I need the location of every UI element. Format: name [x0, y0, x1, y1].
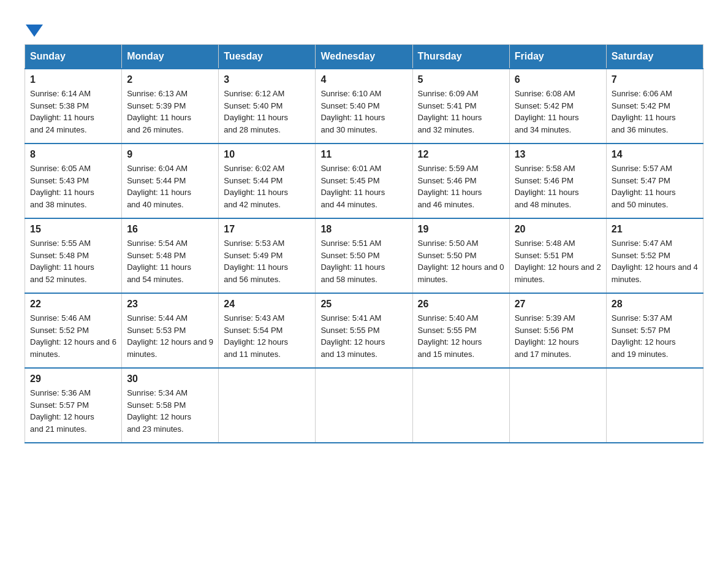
calendar-cell: 16 Sunrise: 5:54 AMSunset: 5:48 PMDaylig… [122, 218, 219, 293]
day-number: 7 [612, 74, 698, 85]
day-info: Sunrise: 5:48 AMSunset: 5:51 PMDaylight:… [515, 239, 601, 284]
calendar-cell: 18 Sunrise: 5:51 AMSunset: 5:50 PMDaylig… [316, 218, 412, 293]
calendar-week-row: 15 Sunrise: 5:55 AMSunset: 5:48 PMDaylig… [25, 218, 703, 293]
day-info: Sunrise: 6:09 AMSunset: 5:41 PMDaylight:… [418, 89, 482, 134]
day-info: Sunrise: 6:08 AMSunset: 5:42 PMDaylight:… [515, 89, 579, 134]
day-number: 23 [127, 299, 213, 310]
day-number: 20 [515, 224, 601, 235]
weekday-header-monday: Monday [122, 45, 219, 69]
day-info: Sunrise: 5:57 AMSunset: 5:47 PMDaylight:… [612, 164, 676, 209]
calendar-week-row: 22 Sunrise: 5:46 AMSunset: 5:52 PMDaylig… [25, 293, 703, 368]
calendar-cell: 23 Sunrise: 5:44 AMSunset: 5:53 PMDaylig… [122, 293, 219, 368]
day-info: Sunrise: 6:13 AMSunset: 5:39 PMDaylight:… [127, 89, 191, 134]
calendar-cell: 6 Sunrise: 6:08 AMSunset: 5:42 PMDayligh… [509, 69, 606, 144]
calendar-cell [219, 368, 316, 443]
calendar-cell: 11 Sunrise: 6:01 AMSunset: 5:45 PMDaylig… [316, 144, 412, 218]
calendar-cell: 13 Sunrise: 5:58 AMSunset: 5:46 PMDaylig… [509, 144, 606, 218]
weekday-header-saturday: Saturday [606, 45, 703, 69]
calendar-cell: 21 Sunrise: 5:47 AMSunset: 5:52 PMDaylig… [606, 218, 703, 293]
day-number: 18 [320, 224, 407, 235]
day-number: 19 [418, 224, 504, 235]
day-info: Sunrise: 6:01 AMSunset: 5:45 PMDaylight:… [320, 164, 385, 209]
day-info: Sunrise: 5:51 AMSunset: 5:50 PMDaylight:… [320, 239, 385, 284]
weekday-header-sunday: Sunday [25, 45, 122, 69]
calendar-cell: 20 Sunrise: 5:48 AMSunset: 5:51 PMDaylig… [509, 218, 606, 293]
calendar-cell: 17 Sunrise: 5:53 AMSunset: 5:49 PMDaylig… [219, 218, 316, 293]
day-number: 14 [612, 149, 698, 160]
calendar-cell: 19 Sunrise: 5:50 AMSunset: 5:50 PMDaylig… [412, 218, 509, 293]
day-number: 22 [30, 299, 116, 310]
calendar-cell: 12 Sunrise: 5:59 AMSunset: 5:46 PMDaylig… [412, 144, 509, 218]
calendar-cell: 22 Sunrise: 5:46 AMSunset: 5:52 PMDaylig… [25, 293, 122, 368]
calendar-header-row: SundayMondayTuesdayWednesdayThursdayFrid… [25, 45, 703, 69]
day-number: 27 [515, 299, 601, 310]
day-number: 9 [127, 149, 213, 160]
day-info: Sunrise: 5:39 AMSunset: 5:56 PMDaylight:… [515, 313, 579, 359]
calendar-cell: 5 Sunrise: 6:09 AMSunset: 5:41 PMDayligh… [412, 69, 509, 144]
day-info: Sunrise: 5:54 AMSunset: 5:48 PMDaylight:… [127, 239, 191, 284]
day-number: 24 [224, 299, 310, 310]
day-number: 16 [127, 224, 213, 235]
day-info: Sunrise: 5:34 AMSunset: 5:58 PMDaylight:… [127, 388, 191, 434]
day-number: 11 [320, 149, 407, 160]
day-number: 15 [30, 224, 116, 235]
day-number: 4 [320, 74, 407, 85]
calendar-cell [509, 368, 606, 443]
calendar-week-row: 1 Sunrise: 6:14 AMSunset: 5:38 PMDayligh… [25, 69, 703, 144]
calendar-cell: 7 Sunrise: 6:06 AMSunset: 5:42 PMDayligh… [606, 69, 703, 144]
day-number: 6 [515, 74, 601, 85]
day-info: Sunrise: 5:43 AMSunset: 5:54 PMDaylight:… [224, 313, 288, 359]
calendar-week-row: 29 Sunrise: 5:36 AMSunset: 5:57 PMDaylig… [25, 368, 703, 443]
weekday-header-thursday: Thursday [412, 45, 509, 69]
calendar-cell: 28 Sunrise: 5:37 AMSunset: 5:57 PMDaylig… [606, 293, 703, 368]
calendar-cell: 10 Sunrise: 6:02 AMSunset: 5:44 PMDaylig… [219, 144, 316, 218]
calendar-cell [412, 368, 509, 443]
day-info: Sunrise: 6:10 AMSunset: 5:40 PMDaylight:… [320, 89, 385, 134]
day-info: Sunrise: 5:55 AMSunset: 5:48 PMDaylight:… [30, 239, 94, 284]
day-number: 3 [224, 74, 310, 85]
day-info: Sunrise: 5:41 AMSunset: 5:55 PMDaylight:… [320, 313, 385, 359]
calendar-cell: 2 Sunrise: 6:13 AMSunset: 5:39 PMDayligh… [122, 69, 219, 144]
day-number: 1 [30, 74, 116, 85]
day-number: 12 [418, 149, 504, 160]
day-info: Sunrise: 5:47 AMSunset: 5:52 PMDaylight:… [612, 239, 698, 284]
calendar-cell: 26 Sunrise: 5:40 AMSunset: 5:55 PMDaylig… [412, 293, 509, 368]
weekday-header-tuesday: Tuesday [219, 45, 316, 69]
day-number: 21 [612, 224, 698, 235]
calendar-cell: 15 Sunrise: 5:55 AMSunset: 5:48 PMDaylig… [25, 218, 122, 293]
day-number: 29 [30, 373, 116, 385]
calendar-cell: 8 Sunrise: 6:05 AMSunset: 5:43 PMDayligh… [25, 144, 122, 218]
calendar-table: SundayMondayTuesdayWednesdayThursdayFrid… [25, 44, 703, 443]
day-info: Sunrise: 6:05 AMSunset: 5:43 PMDaylight:… [30, 164, 94, 209]
day-number: 25 [320, 299, 407, 310]
day-number: 10 [224, 149, 310, 160]
calendar-cell: 1 Sunrise: 6:14 AMSunset: 5:38 PMDayligh… [25, 69, 122, 144]
day-info: Sunrise: 5:59 AMSunset: 5:46 PMDaylight:… [418, 164, 482, 209]
calendar-cell: 25 Sunrise: 5:41 AMSunset: 5:55 PMDaylig… [316, 293, 412, 368]
day-number: 2 [127, 74, 213, 85]
day-number: 26 [418, 299, 504, 310]
day-number: 30 [127, 373, 213, 385]
day-info: Sunrise: 5:53 AMSunset: 5:49 PMDaylight:… [224, 239, 288, 284]
day-number: 13 [515, 149, 601, 160]
day-number: 28 [612, 299, 698, 310]
day-info: Sunrise: 5:46 AMSunset: 5:52 PMDaylight:… [30, 313, 116, 359]
calendar-week-row: 8 Sunrise: 6:05 AMSunset: 5:43 PMDayligh… [25, 144, 703, 218]
day-info: Sunrise: 5:40 AMSunset: 5:55 PMDaylight:… [418, 313, 482, 359]
day-info: Sunrise: 6:14 AMSunset: 5:38 PMDaylight:… [30, 89, 94, 134]
calendar-cell: 24 Sunrise: 5:43 AMSunset: 5:54 PMDaylig… [219, 293, 316, 368]
calendar-cell: 3 Sunrise: 6:12 AMSunset: 5:40 PMDayligh… [219, 69, 316, 144]
calendar-cell: 29 Sunrise: 5:36 AMSunset: 5:57 PMDaylig… [25, 368, 122, 443]
day-info: Sunrise: 6:02 AMSunset: 5:44 PMDaylight:… [224, 164, 288, 209]
calendar-cell: 14 Sunrise: 5:57 AMSunset: 5:47 PMDaylig… [606, 144, 703, 218]
day-info: Sunrise: 5:44 AMSunset: 5:53 PMDaylight:… [127, 313, 213, 359]
calendar-cell: 9 Sunrise: 6:04 AMSunset: 5:44 PMDayligh… [122, 144, 219, 218]
calendar-cell: 30 Sunrise: 5:34 AMSunset: 5:58 PMDaylig… [122, 368, 219, 443]
day-info: Sunrise: 5:37 AMSunset: 5:57 PMDaylight:… [612, 313, 676, 359]
weekday-header-friday: Friday [509, 45, 606, 69]
page-header [25, 18, 703, 34]
weekday-header-wednesday: Wednesday [316, 45, 412, 69]
day-number: 8 [30, 149, 116, 160]
calendar-cell [316, 368, 412, 443]
day-info: Sunrise: 5:58 AMSunset: 5:46 PMDaylight:… [515, 164, 579, 209]
